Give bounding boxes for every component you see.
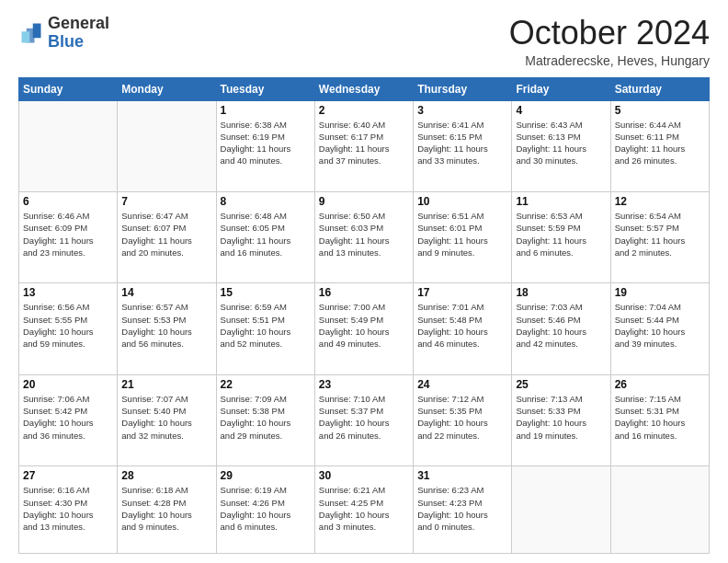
day-info: Sunrise: 7:04 AM Sunset: 5:44 PM Dayligh…	[615, 301, 705, 350]
week-row-4: 20Sunrise: 7:06 AM Sunset: 5:42 PM Dayli…	[19, 374, 710, 465]
day-number: 10	[417, 195, 507, 208]
day-cell: 19Sunrise: 7:04 AM Sunset: 5:44 PM Dayli…	[610, 283, 709, 374]
day-number: 30	[319, 469, 409, 482]
day-info: Sunrise: 6:57 AM Sunset: 5:53 PM Dayligh…	[121, 301, 211, 350]
day-cell: 20Sunrise: 7:06 AM Sunset: 5:42 PM Dayli…	[19, 374, 118, 465]
day-info: Sunrise: 6:48 AM Sunset: 6:05 PM Dayligh…	[221, 210, 311, 259]
day-cell	[512, 466, 610, 554]
day-info: Sunrise: 6:19 AM Sunset: 4:26 PM Dayligh…	[221, 484, 311, 533]
week-row-3: 13Sunrise: 6:56 AM Sunset: 5:55 PM Dayli…	[19, 283, 710, 374]
day-number: 11	[516, 195, 606, 208]
week-row-1: 1Sunrise: 6:38 AM Sunset: 6:19 PM Daylig…	[19, 100, 710, 191]
day-number: 12	[615, 195, 705, 208]
day-info: Sunrise: 7:13 AM Sunset: 5:33 PM Dayligh…	[516, 393, 606, 442]
day-cell: 6Sunrise: 6:46 AM Sunset: 6:09 PM Daylig…	[19, 192, 118, 283]
day-cell	[610, 466, 709, 554]
month-title: October 2024	[509, 15, 710, 52]
day-cell: 14Sunrise: 6:57 AM Sunset: 5:53 PM Dayli…	[118, 283, 216, 374]
day-number: 15	[221, 286, 311, 299]
day-number: 25	[516, 378, 606, 391]
day-cell: 28Sunrise: 6:18 AM Sunset: 4:28 PM Dayli…	[118, 466, 216, 554]
day-info: Sunrise: 7:09 AM Sunset: 5:38 PM Dayligh…	[221, 393, 311, 442]
day-cell: 16Sunrise: 7:00 AM Sunset: 5:49 PM Dayli…	[314, 283, 413, 374]
header: General Blue October 2024 Matraderecske,…	[18, 15, 710, 68]
day-number: 5	[615, 104, 705, 117]
day-number: 16	[319, 286, 409, 299]
week-row-2: 6Sunrise: 6:46 AM Sunset: 6:09 PM Daylig…	[19, 192, 710, 283]
day-number: 1	[221, 104, 311, 117]
day-info: Sunrise: 6:46 AM Sunset: 6:09 PM Dayligh…	[23, 210, 113, 259]
weekday-header-sunday: Sunday	[19, 77, 118, 100]
weekday-header-thursday: Thursday	[414, 77, 512, 100]
day-cell: 2Sunrise: 6:40 AM Sunset: 6:17 PM Daylig…	[314, 100, 413, 191]
calendar-table: SundayMondayTuesdayWednesdayThursdayFrid…	[18, 77, 710, 554]
day-info: Sunrise: 7:07 AM Sunset: 5:40 PM Dayligh…	[121, 393, 211, 442]
day-number: 6	[23, 195, 113, 208]
day-cell: 12Sunrise: 6:54 AM Sunset: 5:57 PM Dayli…	[610, 192, 709, 283]
day-number: 3	[417, 104, 507, 117]
day-info: Sunrise: 6:44 AM Sunset: 6:11 PM Dayligh…	[615, 119, 705, 167]
day-cell	[19, 100, 118, 191]
day-info: Sunrise: 6:18 AM Sunset: 4:28 PM Dayligh…	[121, 484, 211, 533]
day-info: Sunrise: 6:41 AM Sunset: 6:15 PM Dayligh…	[417, 119, 507, 167]
day-cell: 4Sunrise: 6:43 AM Sunset: 6:13 PM Daylig…	[512, 100, 610, 191]
logo-icon	[18, 20, 44, 46]
day-info: Sunrise: 6:59 AM Sunset: 5:51 PM Dayligh…	[221, 301, 311, 350]
weekday-header-monday: Monday	[118, 77, 216, 100]
week-row-5: 27Sunrise: 6:16 AM Sunset: 4:30 PM Dayli…	[19, 466, 710, 554]
day-cell: 31Sunrise: 6:23 AM Sunset: 4:23 PM Dayli…	[414, 466, 512, 554]
day-info: Sunrise: 6:38 AM Sunset: 6:19 PM Dayligh…	[221, 119, 311, 167]
day-info: Sunrise: 6:53 AM Sunset: 5:59 PM Dayligh…	[516, 210, 606, 259]
day-cell: 8Sunrise: 6:48 AM Sunset: 6:05 PM Daylig…	[216, 192, 314, 283]
day-cell: 29Sunrise: 6:19 AM Sunset: 4:26 PM Dayli…	[216, 466, 314, 554]
day-number: 17	[417, 286, 507, 299]
day-info: Sunrise: 7:00 AM Sunset: 5:49 PM Dayligh…	[319, 301, 409, 350]
day-cell: 3Sunrise: 6:41 AM Sunset: 6:15 PM Daylig…	[414, 100, 512, 191]
day-cell: 22Sunrise: 7:09 AM Sunset: 5:38 PM Dayli…	[216, 374, 314, 465]
day-number: 7	[121, 195, 211, 208]
day-info: Sunrise: 6:47 AM Sunset: 6:07 PM Dayligh…	[121, 210, 211, 259]
day-number: 23	[319, 378, 409, 391]
day-number: 29	[221, 469, 311, 482]
day-number: 14	[121, 286, 211, 299]
day-cell: 30Sunrise: 6:21 AM Sunset: 4:25 PM Dayli…	[314, 466, 413, 554]
weekday-header-friday: Friday	[512, 77, 610, 100]
day-number: 13	[23, 286, 113, 299]
day-number: 24	[417, 378, 507, 391]
day-info: Sunrise: 6:54 AM Sunset: 5:57 PM Dayligh…	[615, 210, 705, 259]
day-number: 26	[615, 378, 705, 391]
day-cell: 13Sunrise: 6:56 AM Sunset: 5:55 PM Dayli…	[19, 283, 118, 374]
day-info: Sunrise: 6:21 AM Sunset: 4:25 PM Dayligh…	[319, 484, 409, 533]
day-info: Sunrise: 7:12 AM Sunset: 5:35 PM Dayligh…	[417, 393, 507, 442]
day-number: 20	[23, 378, 113, 391]
logo-text: General Blue	[48, 15, 109, 52]
day-info: Sunrise: 7:15 AM Sunset: 5:31 PM Dayligh…	[615, 393, 705, 442]
day-number: 22	[221, 378, 311, 391]
logo: General Blue	[18, 15, 109, 52]
day-cell: 18Sunrise: 7:03 AM Sunset: 5:46 PM Dayli…	[512, 283, 610, 374]
day-info: Sunrise: 7:10 AM Sunset: 5:37 PM Dayligh…	[319, 393, 409, 442]
day-cell	[118, 100, 216, 191]
day-info: Sunrise: 6:40 AM Sunset: 6:17 PM Dayligh…	[319, 119, 409, 167]
day-info: Sunrise: 6:50 AM Sunset: 6:03 PM Dayligh…	[319, 210, 409, 259]
day-number: 31	[417, 469, 507, 482]
day-number: 21	[121, 378, 211, 391]
day-info: Sunrise: 7:01 AM Sunset: 5:48 PM Dayligh…	[417, 301, 507, 350]
day-cell: 23Sunrise: 7:10 AM Sunset: 5:37 PM Dayli…	[314, 374, 413, 465]
day-cell: 9Sunrise: 6:50 AM Sunset: 6:03 PM Daylig…	[314, 192, 413, 283]
weekday-header-row: SundayMondayTuesdayWednesdayThursdayFrid…	[19, 77, 710, 100]
day-number: 18	[516, 286, 606, 299]
day-cell: 24Sunrise: 7:12 AM Sunset: 5:35 PM Dayli…	[414, 374, 512, 465]
day-info: Sunrise: 7:03 AM Sunset: 5:46 PM Dayligh…	[516, 301, 606, 350]
title-section: October 2024 Matraderecske, Heves, Hunga…	[509, 15, 710, 68]
day-number: 28	[121, 469, 211, 482]
day-cell: 26Sunrise: 7:15 AM Sunset: 5:31 PM Dayli…	[610, 374, 709, 465]
day-cell: 15Sunrise: 6:59 AM Sunset: 5:51 PM Dayli…	[216, 283, 314, 374]
day-info: Sunrise: 6:16 AM Sunset: 4:30 PM Dayligh…	[23, 484, 113, 533]
day-cell: 11Sunrise: 6:53 AM Sunset: 5:59 PM Dayli…	[512, 192, 610, 283]
weekday-header-wednesday: Wednesday	[314, 77, 413, 100]
day-number: 2	[319, 104, 409, 117]
day-info: Sunrise: 6:23 AM Sunset: 4:23 PM Dayligh…	[417, 484, 507, 533]
day-number: 27	[23, 469, 113, 482]
day-cell: 25Sunrise: 7:13 AM Sunset: 5:33 PM Dayli…	[512, 374, 610, 465]
